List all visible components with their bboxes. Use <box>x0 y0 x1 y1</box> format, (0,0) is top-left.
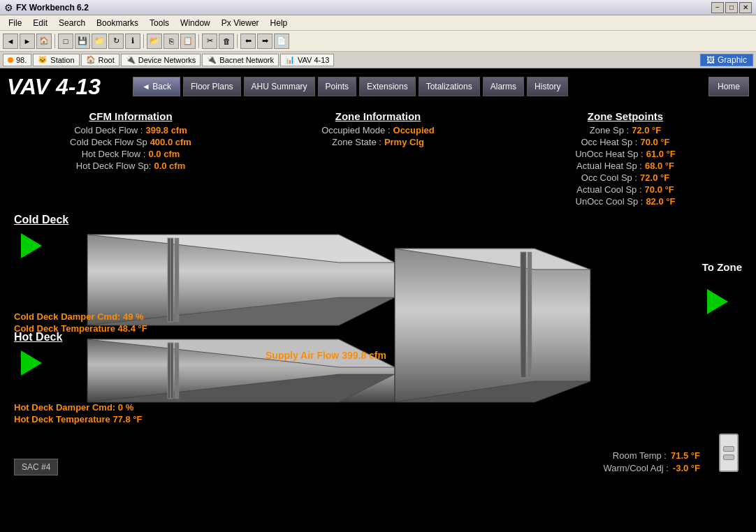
menu-bar: File Edit Search Bookmarks Tools Window … <box>0 15 756 31</box>
cold-damper-value: 49 % <box>123 311 144 322</box>
thermostat-up-button[interactable] <box>723 446 734 452</box>
thermostat-down-button[interactable] <box>723 455 734 460</box>
tab-floor-plans[interactable]: Floor Plans <box>183 77 241 96</box>
zone-info-value-2: Prmy Clg <box>384 137 424 147</box>
hot-deck-info: Hot Deck Damper Cmd: 0 % Hot Deck Temper… <box>14 402 142 426</box>
tab-ahu-summary[interactable]: AHU Summary <box>244 77 315 96</box>
toolbar-copy[interactable]: ⎘ <box>163 34 179 49</box>
tab-totalizations[interactable]: Totalizations <box>419 77 480 96</box>
toolbar-right[interactable]: ➡ <box>257 34 272 49</box>
cold-deck-label: Cold Deck <box>14 214 68 226</box>
zone-sp-label-5: Occ Cool Sp : <box>581 172 637 183</box>
thermostat[interactable] <box>719 434 739 472</box>
cold-temp-label: Cold Deck Temperature <box>14 323 115 334</box>
graphic-badge[interactable]: 🖼 Graphic <box>700 54 753 66</box>
cfm-label-2: Cold Deck Flow Sp <box>70 137 147 147</box>
tab-history[interactable]: History <box>527 77 568 96</box>
page-title: VAV 4-13 <box>7 74 119 100</box>
minimize-button[interactable]: − <box>711 2 724 13</box>
window-controls: − □ ✕ <box>711 2 752 13</box>
zone-sp-row-3: UnOcc Heat Sp : 61.0 °F <box>502 149 749 159</box>
addr-98[interactable]: 98. <box>3 54 31 66</box>
zone-sp-row-6: Actual Cool Sp : 70.0 °F <box>502 184 749 195</box>
zone-info-title: Zone Information <box>254 110 502 122</box>
menu-help[interactable]: Help <box>265 17 293 29</box>
menu-search[interactable]: Search <box>53 17 91 29</box>
address-bar: 98. 🐱 Station 🏠 Root 🔌 Device Networks 🔌… <box>0 52 756 68</box>
zone-sp-value-3: 61.0 °F <box>646 149 676 159</box>
toolbar-forward[interactable]: ► <box>20 34 35 49</box>
zone-info-value-1: Occupied <box>393 125 435 135</box>
zone-info-section: Zone Information Occupied Mode : Occupie… <box>254 110 502 208</box>
toolbar-info[interactable]: ℹ <box>125 34 140 49</box>
close-button[interactable]: ✕ <box>739 2 752 13</box>
cfm-value-3: 0.0 cfm <box>148 149 180 159</box>
zone-sp-value-5: 72.0 °F <box>640 172 669 183</box>
addr-device-networks-label: Device Networks <box>138 56 196 64</box>
app-icon: ⚙ <box>4 2 13 13</box>
toolbar-log[interactable]: 📄 <box>274 34 289 49</box>
toolbar-paste[interactable]: 📋 <box>180 34 196 49</box>
zone-sp-label-4: Actual Heat Sp : <box>576 161 642 171</box>
zone-info-label-2: Zone State : <box>332 137 381 147</box>
room-temp-value: 71.5 °F <box>671 450 700 461</box>
cfm-title: CFM Information <box>7 110 254 122</box>
menu-file[interactable]: File <box>3 17 27 29</box>
addr-vav[interactable]: 📊 VAV 4-13 <box>280 54 334 66</box>
hot-temp-value: 77.8 °F <box>112 414 142 424</box>
toolbar-folder[interactable]: 📂 <box>147 34 162 49</box>
toolbar-refresh[interactable]: ↻ <box>108 34 124 49</box>
addr-bacnet[interactable]: 🔌 Bacnet Network <box>202 54 279 66</box>
content-area: CFM Information Cold Deck Flow : 399.8 c… <box>0 105 756 532</box>
warm-cool-value: -3.0 °F <box>673 463 700 473</box>
toolbar-cut[interactable]: ✂ <box>202 34 217 49</box>
sac-label: SAC #4 <box>22 462 50 472</box>
svg-rect-13 <box>175 343 179 399</box>
cfm-section: CFM Information Cold Deck Flow : 399.8 c… <box>7 110 254 208</box>
supply-air: Supply Air Flow 399.8 cfm <box>266 350 386 361</box>
tab-points[interactable]: Points <box>318 77 356 96</box>
cfm-label-4: Hot Deck Flow Sp: <box>76 161 152 171</box>
addr-98-label: 98. <box>16 56 27 64</box>
toolbar-sep3 <box>198 34 199 48</box>
toolbar-save[interactable]: 💾 <box>75 34 90 49</box>
back-button[interactable]: ◄ Back <box>133 77 180 96</box>
cfm-label-3: Hot Deck Flow : <box>82 149 146 159</box>
zone-sp-row-5: Occ Cool Sp : 72.0 °F <box>502 172 749 183</box>
tab-alarms[interactable]: Alarms <box>483 77 524 96</box>
zone-sp-label-1: Zone Sp : <box>590 125 629 135</box>
menu-pxviewer[interactable]: Px Viewer <box>216 17 265 29</box>
toolbar-new[interactable]: □ <box>58 34 73 49</box>
menu-bookmarks[interactable]: Bookmarks <box>91 17 144 29</box>
addr-station[interactable]: 🐱 Station <box>33 54 79 66</box>
tab-extensions[interactable]: Extensions <box>359 77 416 96</box>
station-icon: 🐱 <box>38 55 48 64</box>
bacnet-icon: 🔌 <box>207 55 217 64</box>
toolbar-left[interactable]: ⬅ <box>240 34 256 49</box>
title-bar: ⚙ FX Workbench 6.2 − □ ✕ <box>0 0 756 15</box>
addr-station-label: Station <box>50 56 74 64</box>
graphic-label: Graphic <box>718 55 747 65</box>
menu-window[interactable]: Window <box>175 17 216 29</box>
sac-badge[interactable]: SAC #4 <box>14 459 58 475</box>
zone-sp-value-2: 70.0 °F <box>640 137 669 147</box>
toolbar-home[interactable]: 🏠 <box>36 34 52 49</box>
toolbar-open[interactable]: 📁 <box>92 34 107 49</box>
zone-sp-title: Zone Setpoints <box>502 110 749 122</box>
info-grid: CFM Information Cold Deck Flow : 399.8 c… <box>7 110 749 208</box>
app-title: FX Workbench 6.2 <box>16 3 711 13</box>
menu-edit[interactable]: Edit <box>27 17 53 29</box>
menu-tools[interactable]: Tools <box>144 17 175 29</box>
addr-device-networks[interactable]: 🔌 Device Networks <box>121 54 201 66</box>
addr-root-label: Root <box>99 56 115 64</box>
toolbar-back[interactable]: ◄ <box>3 34 18 49</box>
hot-damper-label: Hot Deck Damper Cmd: <box>14 402 115 413</box>
zone-sp-row-4: Actual Heat Sp : 68.0 °F <box>502 161 749 171</box>
toolbar-delete[interactable]: 🗑 <box>219 34 234 49</box>
zone-sp-section: Zone Setpoints Zone Sp : 72.0 °F Occ Hea… <box>502 110 749 208</box>
cold-damper-cmd: Cold Deck Damper Cmd: 49 % <box>14 311 147 322</box>
maximize-button[interactable]: □ <box>725 2 738 13</box>
addr-root[interactable]: 🏠 Root <box>81 54 119 66</box>
addr-bacnet-label: Bacnet Network <box>219 56 274 64</box>
home-button[interactable]: Home <box>708 77 749 96</box>
